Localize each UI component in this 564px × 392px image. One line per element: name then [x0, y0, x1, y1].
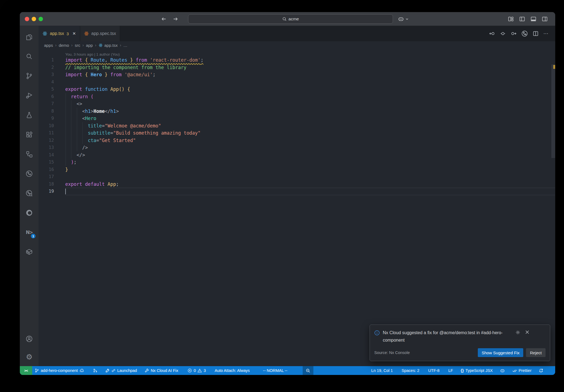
sidebar-item-commit-graph[interactable]: [20, 164, 39, 183]
code-text: </>: [65, 151, 555, 159]
minimize-window-button[interactable]: [32, 17, 36, 21]
sidebar-item-search[interactable]: [20, 47, 39, 66]
sidebar-item-nx-console[interactable]: N> 1: [20, 222, 39, 242]
code-line[interactable]: 9 <Hero: [39, 115, 555, 122]
code-line[interactable]: 10 title="Welcmoe @acme/demo": [39, 122, 555, 130]
reject-button[interactable]: Reject: [526, 348, 546, 357]
chevron-down-icon[interactable]: [405, 17, 409, 21]
sidebar-item-extensions[interactable]: [20, 125, 39, 144]
breadcrumb-item[interactable]: apps: [44, 43, 53, 48]
more-actions-icon[interactable]: ⋯: [543, 31, 549, 37]
toggle-secondary-sidebar-icon[interactable]: [541, 16, 548, 22]
problems-status-item[interactable]: 0 3: [185, 366, 208, 375]
settings-button[interactable]: ⚙: [20, 348, 39, 366]
code-line[interactable]: 18export default App;: [39, 181, 555, 188]
notifications-bell-status-item[interactable]: [536, 366, 546, 375]
commit-graph-icon[interactable]: [521, 30, 528, 37]
split-editor-icon[interactable]: [533, 31, 539, 37]
code-line[interactable]: 16}: [39, 166, 555, 173]
code-token: ;: [153, 72, 155, 77]
zoom-status-item[interactable]: [303, 366, 313, 375]
scrollbar-thumb[interactable]: [551, 64, 555, 158]
code-line[interactable]: 19: [39, 188, 555, 195]
cursor-position-status-item[interactable]: Ln 19, Col 1: [369, 366, 395, 375]
encoding-status-item[interactable]: UTF-8: [426, 366, 442, 375]
vim-mode-status-item[interactable]: -- NORMAL --: [261, 366, 290, 375]
breadcrumb-item[interactable]: app: [86, 43, 93, 48]
code-line[interactable]: 3import { Hero } from '@acme/ui';: [39, 71, 555, 78]
breadcrumb-item[interactable]: demo: [59, 43, 69, 48]
chevron-right-icon: ›: [120, 43, 121, 47]
sidebar-item-type-hierarchy[interactable]: [20, 144, 39, 164]
tab-app-spec-tsx[interactable]: app.spec.tsx: [80, 26, 120, 41]
code-line[interactable]: 12 cta="Get Started": [39, 137, 555, 144]
container-icon: [25, 248, 33, 256]
formatter-status-item[interactable]: Prettier: [510, 366, 534, 375]
auto-attach-status-item[interactable]: Auto Attach: Always: [212, 366, 252, 375]
toggle-panel-icon[interactable]: [530, 16, 537, 22]
branch-status-item[interactable]: add-hero-component: [32, 366, 87, 375]
sidebar-item-run-debug[interactable]: [20, 86, 39, 105]
commit-icon[interactable]: [500, 31, 506, 37]
close-icon[interactable]: ✕: [72, 31, 76, 36]
nx-cloud-fix-status-item[interactable]: Nx Cloud AI Fix: [142, 366, 181, 375]
breadcrumb-item[interactable]: src: [75, 43, 80, 48]
code-line[interactable]: 14 </>: [39, 151, 555, 159]
code-token: =: [96, 138, 99, 143]
copilot-status-item[interactable]: [497, 366, 508, 375]
code-line[interactable]: 13 />: [39, 144, 555, 151]
tab-app-tsx[interactable]: app.tsx 3 ✕: [39, 26, 80, 41]
line-number: 11: [39, 129, 65, 137]
eol-status-item[interactable]: LF: [446, 366, 455, 375]
breadcrumb-item[interactable]: …: [123, 43, 128, 48]
close-icon[interactable]: [525, 330, 530, 335]
code-line[interactable]: 6 return (: [39, 93, 555, 100]
language-mode-status-item[interactable]: {} TypeScript JSX: [458, 366, 495, 375]
code-token: [65, 94, 71, 99]
show-suggested-fix-button[interactable]: Show Suggested Fix: [478, 348, 524, 357]
braces-icon: {}: [461, 368, 464, 373]
back-arrow-icon[interactable]: [161, 16, 167, 22]
code-token: }: [130, 57, 135, 63]
zoom-window-button[interactable]: [39, 17, 43, 21]
window-controls: [25, 17, 43, 21]
launchpad-status-item[interactable]: Launchpad: [103, 366, 140, 375]
previous-commit-icon[interactable]: [489, 31, 495, 37]
command-center-search[interactable]: acme: [188, 14, 393, 24]
sidebar-item-explorer[interactable]: [20, 27, 39, 47]
commit-graph-status-item[interactable]: [91, 366, 100, 375]
close-window-button[interactable]: [25, 17, 29, 21]
code-editor[interactable]: You, 3 hours ago | 1 author (You) 1impor…: [39, 49, 555, 366]
account-button[interactable]: [20, 330, 39, 348]
code-line[interactable]: 8 <h1>Home</h1>: [39, 108, 555, 115]
gear-icon[interactable]: [515, 330, 520, 335]
code-token: ;: [200, 57, 203, 63]
sidebar-item-gitlens-search[interactable]: [20, 183, 39, 203]
code-token: [124, 86, 127, 92]
gitlens-blame-annotation[interactable]: You, 3 hours ago | 1 author (You): [39, 49, 555, 56]
code-line[interactable]: 17: [39, 173, 555, 181]
sidebar-item-edge-browser[interactable]: [20, 203, 39, 222]
tab-label: app.tsx: [50, 31, 64, 36]
code-token: h1: [110, 108, 116, 114]
copilot-icon[interactable]: [398, 16, 404, 22]
customize-layout-icon[interactable]: [508, 16, 514, 22]
code-token: [65, 108, 82, 114]
breadcrumb-item-file[interactable]: app.tsx: [99, 43, 118, 48]
code-line[interactable]: 11 subtitle="Build something amazing tod…: [39, 129, 555, 137]
code-line[interactable]: 5export function App() {: [39, 86, 555, 93]
next-commit-icon[interactable]: [511, 31, 517, 37]
sidebar-item-containers[interactable]: [20, 242, 39, 262]
forward-arrow-icon[interactable]: [172, 16, 178, 22]
code-line[interactable]: 15 );: [39, 159, 555, 166]
code-line[interactable]: 2// importing the component from the lib…: [39, 64, 555, 71]
code-line[interactable]: 4: [39, 78, 555, 86]
sidebar-item-testing[interactable]: [20, 105, 39, 125]
sidebar-item-source-control[interactable]: [20, 66, 39, 86]
toggle-sidebar-icon[interactable]: [519, 16, 525, 22]
code-line[interactable]: 1import { Route, Routes } from 'react-ro…: [39, 56, 555, 64]
remote-indicator[interactable]: ><: [20, 366, 32, 375]
code-line[interactable]: 7 <>: [39, 100, 555, 108]
indentation-status-item[interactable]: Spaces: 2: [399, 366, 422, 375]
indent-guide: [66, 93, 66, 166]
